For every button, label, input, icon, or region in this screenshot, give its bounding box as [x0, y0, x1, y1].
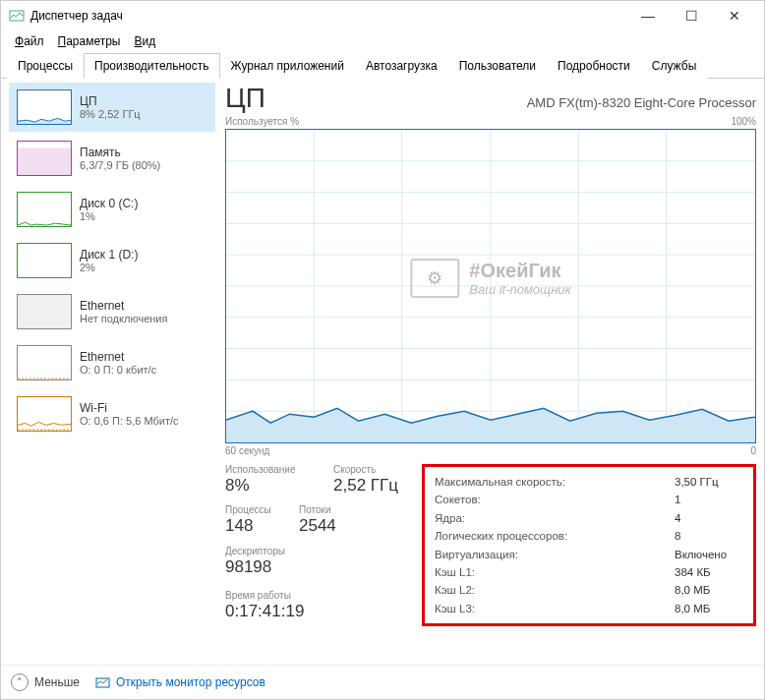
- spec-sockets: 1: [675, 491, 743, 508]
- sidebar-item-wifi[interactable]: Wi-FiО: 0,6 П: 5,6 Мбит/с: [9, 389, 215, 438]
- sidebar-item-label: ЦП: [80, 94, 141, 108]
- handles-value: 98198: [225, 557, 285, 577]
- y-axis-label: Используется %: [225, 116, 299, 127]
- sidebar-item-disk1[interactable]: Диск 1 (D:)2%: [9, 236, 215, 285]
- task-manager-window: Диспетчер задач — ☐ ✕ Файл Параметры Вид…: [0, 0, 765, 700]
- tab-services[interactable]: Службы: [641, 53, 707, 79]
- sidebar-item-disk0[interactable]: Диск 0 (C:)1%: [9, 185, 215, 234]
- chevron-up-icon: ˄: [11, 673, 29, 691]
- disk-thumb-icon: [17, 192, 72, 227]
- spec-lprocs: 8: [675, 527, 743, 545]
- x-axis-left: 60 секунд: [225, 445, 269, 456]
- y-axis-max: 100%: [731, 116, 756, 127]
- minimize-button[interactable]: —: [626, 2, 670, 29]
- tab-users[interactable]: Пользователи: [448, 53, 547, 79]
- window-title: Диспетчер задач: [30, 9, 626, 23]
- titlebar[interactable]: Диспетчер задач — ☐ ✕: [1, 1, 764, 30]
- sidebar-item-ethernet0[interactable]: EthernetНет подключения: [9, 287, 215, 336]
- usage-value: 8%: [225, 476, 314, 496]
- sidebar-item-cpu[interactable]: ЦП8% 2,52 ГГц: [9, 83, 215, 132]
- resource-monitor-icon: [95, 675, 110, 690]
- main-title: ЦП: [225, 83, 265, 114]
- processes-value: 148: [225, 516, 279, 536]
- watermark: ⚙ #ОкейГикВаш it-помощник: [410, 259, 570, 298]
- tab-details[interactable]: Подробности: [547, 53, 641, 79]
- main-panel: ЦП AMD FX(tm)-8320 Eight-Core Processor …: [225, 83, 756, 659]
- spec-virt: Включено: [675, 546, 743, 563]
- memory-thumb-icon: [17, 141, 72, 176]
- sidebar-item-memory[interactable]: Память6,3/7,9 ГБ (80%): [9, 134, 215, 183]
- menubar: Файл Параметры Вид: [1, 30, 764, 52]
- x-axis-right: 0: [750, 445, 756, 456]
- specs-box: Максимальная скорость:3,50 ГГц Сокетов:1…: [422, 464, 756, 626]
- spec-l3: 8,0 МБ: [675, 600, 743, 617]
- app-icon: [9, 8, 25, 24]
- svg-rect-1: [18, 148, 71, 175]
- menu-options[interactable]: Параметры: [52, 32, 127, 50]
- close-button[interactable]: ✕: [713, 2, 756, 29]
- cpu-name: AMD FX(tm)-8320 Eight-Core Processor: [527, 95, 756, 110]
- sidebar-item-ethernet1[interactable]: EthernetО: 0 П: 0 кбит/с: [9, 338, 215, 387]
- spec-l1: 384 КБ: [675, 563, 743, 581]
- spec-l2: 8,0 МБ: [675, 581, 743, 599]
- menu-file[interactable]: Файл: [9, 32, 50, 50]
- stats-row: Использование8% Скорость2,52 ГГц Процесс…: [225, 464, 756, 626]
- spec-maxspeed: 3,50 ГГц: [675, 473, 743, 491]
- fewer-details-button[interactable]: ˄ Меньше: [11, 673, 80, 691]
- maximize-button[interactable]: ☐: [670, 2, 713, 29]
- threads-value: 2544: [299, 516, 343, 536]
- sidebar: ЦП8% 2,52 ГГц Память6,3/7,9 ГБ (80%) Дис…: [9, 83, 215, 659]
- menu-view[interactable]: Вид: [128, 32, 161, 50]
- ethernet-thumb-icon: [17, 294, 72, 329]
- speed-value: 2,52 ГГц: [333, 476, 398, 496]
- cpu-thumb-icon: [17, 89, 72, 125]
- tab-startup[interactable]: Автозагрузка: [355, 53, 448, 79]
- spec-cores: 4: [675, 509, 743, 527]
- bottom-bar: ˄ Меньше Открыть монитор ресурсов: [1, 665, 764, 699]
- open-resource-monitor-link[interactable]: Открыть монитор ресурсов: [95, 675, 265, 690]
- content: ЦП8% 2,52 ГГц Память6,3/7,9 ГБ (80%) Дис…: [1, 79, 764, 665]
- tab-apphistory[interactable]: Журнал приложений: [220, 53, 355, 79]
- tab-performance[interactable]: Производительность: [84, 53, 219, 79]
- uptime-value: 0:17:41:19: [225, 602, 412, 621]
- watermark-icon: ⚙: [410, 259, 459, 298]
- wifi-thumb-icon: [17, 396, 72, 432]
- cpu-usage-chart[interactable]: ⚙ #ОкейГикВаш it-помощник: [225, 129, 756, 443]
- disk-thumb-icon: [17, 243, 72, 278]
- ethernet-thumb-icon: [17, 345, 72, 380]
- tabs: Процессы Производительность Журнал прило…: [1, 52, 764, 79]
- tab-processes[interactable]: Процессы: [7, 53, 84, 79]
